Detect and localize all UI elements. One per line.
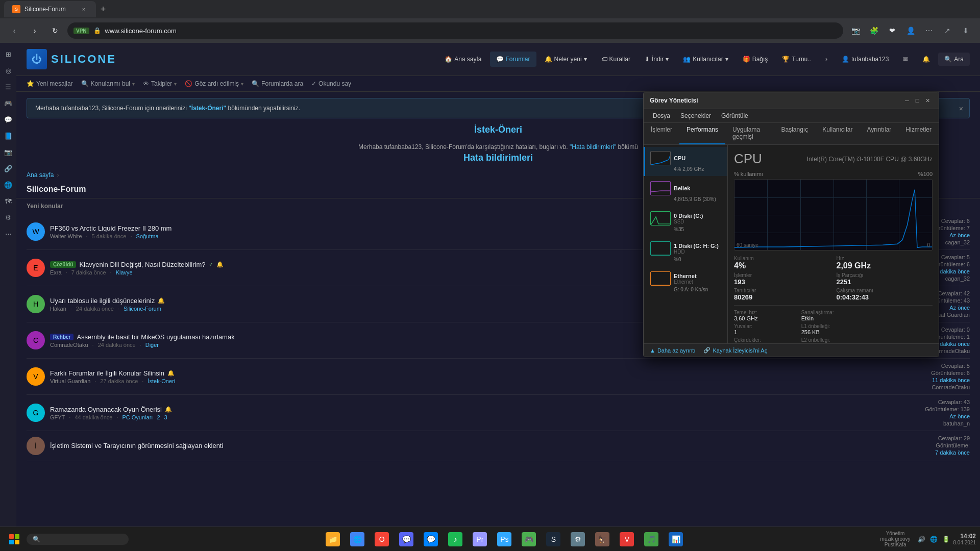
topic-category[interactable]: Diğer [145, 342, 159, 348]
sidebar-icon-5[interactable]: 💬 [1, 112, 15, 127]
daha-az-button[interactable]: ▲ Daha az ayrıntı [650, 347, 695, 354]
sidebar-icon-1[interactable]: ⊞ [1, 47, 15, 61]
tab-uygulama-gecmisi[interactable]: Uygulama geçmişi [725, 123, 774, 144]
sidebar-icon-6[interactable]: 📘 [1, 129, 15, 143]
nav-notifications[interactable]: 🔔 [916, 52, 936, 67]
sec-nav-goz-ardi[interactable]: 🚫 Göz ardı edilmiş ▾ [185, 80, 243, 87]
download-icon[interactable]: ⬇ [958, 22, 974, 39]
new-tab-button[interactable]: + [96, 2, 110, 16]
resource-ethernet[interactable]: Ethernet Ethernet G: 0 A: 0 Kb/sn [644, 267, 727, 296]
sec-nav-forumlarda-ara[interactable]: 🔍 Forumlarda ara [252, 80, 303, 87]
share-icon[interactable]: ↗ [939, 22, 955, 39]
tab-ayrintilar[interactable]: Ayrıntılar [860, 123, 899, 144]
profile-icon[interactable]: 👤 [902, 22, 919, 39]
volume-icon[interactable]: 🔊 [917, 534, 927, 544]
nav-username[interactable]: 👤 tufanbaba123 [836, 52, 895, 67]
tab-close-button[interactable]: × [80, 5, 88, 13]
network-icon[interactable]: 🌐 [929, 534, 939, 544]
tab-baslangic[interactable]: Başlangıç [774, 123, 815, 144]
nav-turnu[interactable]: 🏆 Turnu.. [776, 52, 817, 67]
nav-indir[interactable]: ⬇ İndir ▾ [639, 52, 675, 67]
topic-title[interactable]: Assembly ile basit bir MikeOS uygulaması… [77, 333, 234, 341]
nav-ana-sayfa[interactable]: 🏠 Ana sayfa [438, 52, 487, 67]
tab-islemler[interactable]: İşlemler [644, 123, 679, 144]
breadcrumb-home[interactable]: Ana sayfa [27, 171, 54, 179]
taskbar-app-file-explorer[interactable]: 📁 [322, 528, 344, 550]
sidebar-icon-3[interactable]: ☰ [1, 80, 15, 94]
tab-kullanicilar[interactable]: Kullanıcılar [815, 123, 860, 144]
taskbar-app-discord[interactable]: 💬 [395, 528, 418, 550]
resource-disk0[interactable]: 0 Diski (C:) SSD %35 [644, 207, 727, 236]
menu-goruntule[interactable]: Görüntüle [716, 110, 753, 121]
taskbar-app-steam[interactable]: S [542, 528, 565, 550]
start-button[interactable] [4, 529, 24, 549]
resource-disk1[interactable]: 1 Diski (G: H: G:) HDD %0 [644, 237, 727, 266]
sidebar-icon-4[interactable]: 🎮 [1, 96, 15, 110]
screenshot-icon[interactable]: 📷 [847, 22, 864, 39]
notification-close[interactable]: × [959, 105, 963, 113]
taskbar-app-photoshop[interactable]: Ps [493, 528, 516, 550]
taskbar-app-app15[interactable]: 📊 [665, 528, 687, 550]
sidebar-icon-7[interactable]: 📷 [1, 145, 15, 159]
reload-button[interactable]: ↻ [47, 22, 63, 39]
sec-nav-konularimi-bul[interactable]: 🔍 Konularımı bul ▾ [81, 80, 135, 87]
taskbar-app-premiere[interactable]: Pr [469, 528, 491, 550]
sec-nav-yeni-mesajlar[interactable]: ⭐ Yeni mesajlar [27, 80, 73, 87]
taskbar-app-spotify[interactable]: ♪ [444, 528, 467, 550]
nav-neler-yeni[interactable]: 🔔 Neler yeni ▾ [538, 52, 593, 67]
topic-category[interactable]: Klavye [116, 269, 133, 276]
sidebar-icon-9[interactable]: 🌐 [1, 178, 15, 192]
back-button[interactable]: ‹ [6, 22, 22, 39]
sidebar-icon-10[interactable]: 🗺 [1, 194, 15, 208]
forward-button[interactable]: › [27, 22, 43, 39]
maximize-button[interactable]: □ [912, 95, 922, 106]
menu-dosya[interactable]: Dosya [648, 110, 675, 121]
topic-category[interactable]: PC Oyunları [122, 414, 153, 420]
menu-secenekler[interactable]: Seçenekler [675, 110, 716, 121]
system-clock[interactable]: 14:02 8.04.2021 [953, 533, 976, 545]
nav-kullanicilar[interactable]: 👥 Kullanıcılar ▾ [677, 52, 734, 67]
topic-category2[interactable]: 2 [157, 414, 160, 420]
taskbar-app-app13[interactable]: V [616, 528, 638, 550]
kaynak-izleyici-button[interactable]: 🔗 Kaynak İzleyicisi'ni Aç [703, 347, 767, 354]
topic-title[interactable]: PF360 vs Arctic Liquid Freezer II 280 mm [50, 224, 172, 232]
nav-kurallar[interactable]: 🏷 Kurallar [595, 52, 636, 67]
topic-category[interactable]: İstek-Öneri [148, 378, 175, 384]
taskbar-app-app11[interactable]: ⚙ [567, 528, 589, 550]
battery-icon[interactable]: 🔋 [941, 534, 951, 544]
nav-more[interactable]: › [819, 52, 834, 67]
bookmark-icon[interactable]: ❤ [884, 22, 900, 39]
topic-category[interactable]: Soğutma [136, 233, 159, 239]
notif-link[interactable]: "İstek-Öneri" [188, 105, 226, 112]
address-bar[interactable]: VPN 🔒 www.silicone-forum.com [67, 22, 843, 39]
nav-bagis[interactable]: 🎁 Bağış [737, 52, 774, 67]
sidebar-icon-8[interactable]: 🔗 [1, 161, 15, 176]
resource-cpu[interactable]: CPU 4% 2,09 GHz [644, 147, 727, 176]
taskbar-app-messenger[interactable]: 💬 [420, 528, 442, 550]
hata-link[interactable]: "Hata bildirimleri" [570, 143, 616, 151]
sidebar-icon-11[interactable]: ⚙ [1, 210, 15, 224]
nav-messages[interactable]: ✉ [897, 52, 914, 67]
sec-nav-takipler[interactable]: 👁 Takipler ▾ [143, 80, 177, 87]
taskbar-app-gamepad[interactable]: 🎮 [518, 528, 540, 550]
nav-forumlar[interactable]: 💬 Forumlar [490, 52, 536, 67]
topic-title[interactable]: İşletim Sistemi ve Tarayıcının görünmesi… [50, 442, 223, 449]
tab-hizmetler[interactable]: Hizmetler [898, 123, 939, 144]
taskbar-search[interactable]: 🔍 [27, 534, 129, 545]
active-tab[interactable]: S Silicone-Forum × [4, 1, 96, 17]
taskbar-app-opera-gx[interactable]: O [371, 528, 393, 550]
sidebar-icon-2[interactable]: ◎ [1, 63, 15, 78]
topic-title[interactable]: Ramazanda Oynanacak Oyun Önerisi [50, 406, 162, 413]
nav-search[interactable]: 🔍 Ara [938, 53, 970, 66]
minimize-button[interactable]: ─ [902, 95, 912, 106]
resource-memory[interactable]: Bellek 4,8/15,9 GB (30%) [644, 177, 727, 206]
taskbar-app-app12[interactable]: 🦅 [591, 528, 614, 550]
taskbar-app-app14[interactable]: 🎵 [640, 528, 663, 550]
close-button[interactable]: ✕ [922, 95, 933, 106]
topic-title[interactable]: Farklı Forumlar ile İlgili Konular Silin… [50, 369, 164, 377]
topic-title[interactable]: Klavyenin Dili Değişti, Nasıl Düzeltebil… [79, 261, 205, 268]
topic-category[interactable]: Silicone-Forum [124, 306, 161, 312]
taskbar-app-chrome[interactable]: 🌐 [346, 528, 369, 550]
tab-performans[interactable]: Performans [679, 123, 725, 144]
sec-nav-okundu-say[interactable]: ✓ Okundu say [311, 80, 351, 87]
